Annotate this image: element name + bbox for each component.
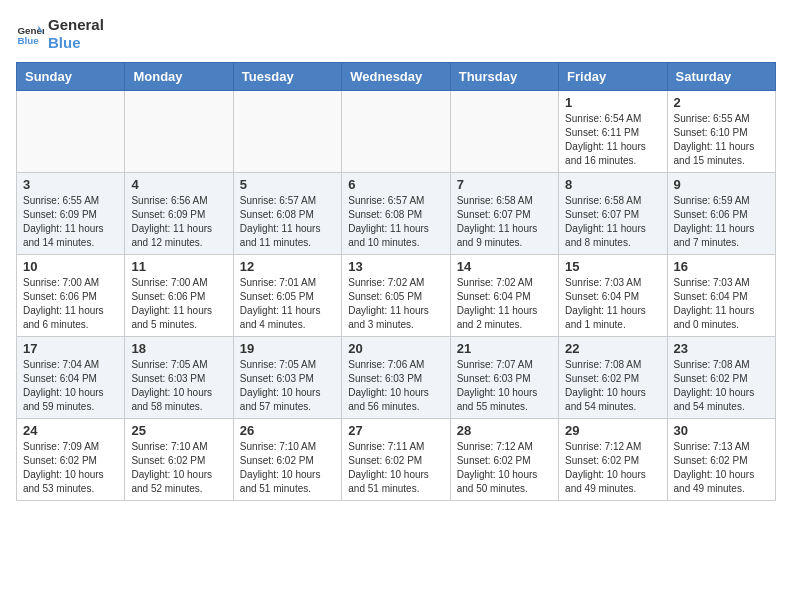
- logo-text-line2: Blue: [48, 34, 104, 52]
- calendar-header-row: SundayMondayTuesdayWednesdayThursdayFrid…: [17, 63, 776, 91]
- calendar-cell: 15Sunrise: 7:03 AM Sunset: 6:04 PM Dayli…: [559, 255, 667, 337]
- calendar-week-row: 17Sunrise: 7:04 AM Sunset: 6:04 PM Dayli…: [17, 337, 776, 419]
- calendar-cell: 23Sunrise: 7:08 AM Sunset: 6:02 PM Dayli…: [667, 337, 775, 419]
- day-number: 11: [131, 259, 226, 274]
- day-number: 30: [674, 423, 769, 438]
- calendar-cell: 22Sunrise: 7:08 AM Sunset: 6:02 PM Dayli…: [559, 337, 667, 419]
- calendar-cell: 7Sunrise: 6:58 AM Sunset: 6:07 PM Daylig…: [450, 173, 558, 255]
- day-number: 2: [674, 95, 769, 110]
- calendar-cell: 12Sunrise: 7:01 AM Sunset: 6:05 PM Dayli…: [233, 255, 341, 337]
- day-info: Sunrise: 7:04 AM Sunset: 6:04 PM Dayligh…: [23, 358, 118, 414]
- calendar-cell: 27Sunrise: 7:11 AM Sunset: 6:02 PM Dayli…: [342, 419, 450, 501]
- day-info: Sunrise: 6:56 AM Sunset: 6:09 PM Dayligh…: [131, 194, 226, 250]
- calendar-cell: 19Sunrise: 7:05 AM Sunset: 6:03 PM Dayli…: [233, 337, 341, 419]
- calendar-cell: 26Sunrise: 7:10 AM Sunset: 6:02 PM Dayli…: [233, 419, 341, 501]
- day-info: Sunrise: 6:58 AM Sunset: 6:07 PM Dayligh…: [565, 194, 660, 250]
- day-info: Sunrise: 6:59 AM Sunset: 6:06 PM Dayligh…: [674, 194, 769, 250]
- day-number: 19: [240, 341, 335, 356]
- day-number: 1: [565, 95, 660, 110]
- logo: General Blue General Blue: [16, 16, 104, 52]
- logo-icon: General Blue: [16, 20, 44, 48]
- day-info: Sunrise: 7:11 AM Sunset: 6:02 PM Dayligh…: [348, 440, 443, 496]
- calendar-cell: 28Sunrise: 7:12 AM Sunset: 6:02 PM Dayli…: [450, 419, 558, 501]
- calendar-table: SundayMondayTuesdayWednesdayThursdayFrid…: [16, 62, 776, 501]
- day-info: Sunrise: 7:01 AM Sunset: 6:05 PM Dayligh…: [240, 276, 335, 332]
- day-info: Sunrise: 6:57 AM Sunset: 6:08 PM Dayligh…: [348, 194, 443, 250]
- day-info: Sunrise: 7:02 AM Sunset: 6:05 PM Dayligh…: [348, 276, 443, 332]
- day-number: 12: [240, 259, 335, 274]
- day-number: 16: [674, 259, 769, 274]
- day-number: 17: [23, 341, 118, 356]
- calendar-cell: 25Sunrise: 7:10 AM Sunset: 6:02 PM Dayli…: [125, 419, 233, 501]
- calendar-cell: 3Sunrise: 6:55 AM Sunset: 6:09 PM Daylig…: [17, 173, 125, 255]
- calendar-cell: 9Sunrise: 6:59 AM Sunset: 6:06 PM Daylig…: [667, 173, 775, 255]
- calendar-cell: 18Sunrise: 7:05 AM Sunset: 6:03 PM Dayli…: [125, 337, 233, 419]
- header-saturday: Saturday: [667, 63, 775, 91]
- day-info: Sunrise: 6:58 AM Sunset: 6:07 PM Dayligh…: [457, 194, 552, 250]
- day-number: 6: [348, 177, 443, 192]
- day-number: 9: [674, 177, 769, 192]
- header-monday: Monday: [125, 63, 233, 91]
- day-info: Sunrise: 6:55 AM Sunset: 6:09 PM Dayligh…: [23, 194, 118, 250]
- calendar-cell: 21Sunrise: 7:07 AM Sunset: 6:03 PM Dayli…: [450, 337, 558, 419]
- day-number: 5: [240, 177, 335, 192]
- day-number: 15: [565, 259, 660, 274]
- calendar-cell: 20Sunrise: 7:06 AM Sunset: 6:03 PM Dayli…: [342, 337, 450, 419]
- calendar-week-row: 3Sunrise: 6:55 AM Sunset: 6:09 PM Daylig…: [17, 173, 776, 255]
- header-tuesday: Tuesday: [233, 63, 341, 91]
- day-info: Sunrise: 7:09 AM Sunset: 6:02 PM Dayligh…: [23, 440, 118, 496]
- day-info: Sunrise: 7:08 AM Sunset: 6:02 PM Dayligh…: [565, 358, 660, 414]
- day-number: 10: [23, 259, 118, 274]
- calendar-cell: 4Sunrise: 6:56 AM Sunset: 6:09 PM Daylig…: [125, 173, 233, 255]
- day-number: 25: [131, 423, 226, 438]
- day-number: 29: [565, 423, 660, 438]
- day-info: Sunrise: 6:55 AM Sunset: 6:10 PM Dayligh…: [674, 112, 769, 168]
- logo-text-line1: General: [48, 16, 104, 34]
- calendar-cell: [450, 91, 558, 173]
- day-number: 7: [457, 177, 552, 192]
- calendar-week-row: 1Sunrise: 6:54 AM Sunset: 6:11 PM Daylig…: [17, 91, 776, 173]
- calendar-cell: 17Sunrise: 7:04 AM Sunset: 6:04 PM Dayli…: [17, 337, 125, 419]
- day-info: Sunrise: 7:00 AM Sunset: 6:06 PM Dayligh…: [131, 276, 226, 332]
- day-number: 3: [23, 177, 118, 192]
- calendar-cell: [17, 91, 125, 173]
- day-info: Sunrise: 7:07 AM Sunset: 6:03 PM Dayligh…: [457, 358, 552, 414]
- day-number: 18: [131, 341, 226, 356]
- day-info: Sunrise: 7:10 AM Sunset: 6:02 PM Dayligh…: [240, 440, 335, 496]
- svg-text:Blue: Blue: [17, 35, 39, 46]
- day-info: Sunrise: 7:03 AM Sunset: 6:04 PM Dayligh…: [565, 276, 660, 332]
- calendar-cell: [342, 91, 450, 173]
- calendar-cell: 14Sunrise: 7:02 AM Sunset: 6:04 PM Dayli…: [450, 255, 558, 337]
- calendar-cell: 11Sunrise: 7:00 AM Sunset: 6:06 PM Dayli…: [125, 255, 233, 337]
- day-number: 14: [457, 259, 552, 274]
- day-info: Sunrise: 7:06 AM Sunset: 6:03 PM Dayligh…: [348, 358, 443, 414]
- calendar-cell: 24Sunrise: 7:09 AM Sunset: 6:02 PM Dayli…: [17, 419, 125, 501]
- day-number: 8: [565, 177, 660, 192]
- calendar-cell: 8Sunrise: 6:58 AM Sunset: 6:07 PM Daylig…: [559, 173, 667, 255]
- calendar-cell: [125, 91, 233, 173]
- day-number: 4: [131, 177, 226, 192]
- day-info: Sunrise: 7:02 AM Sunset: 6:04 PM Dayligh…: [457, 276, 552, 332]
- calendar-cell: 16Sunrise: 7:03 AM Sunset: 6:04 PM Dayli…: [667, 255, 775, 337]
- day-info: Sunrise: 7:08 AM Sunset: 6:02 PM Dayligh…: [674, 358, 769, 414]
- day-info: Sunrise: 7:00 AM Sunset: 6:06 PM Dayligh…: [23, 276, 118, 332]
- calendar-cell: 2Sunrise: 6:55 AM Sunset: 6:10 PM Daylig…: [667, 91, 775, 173]
- header-sunday: Sunday: [17, 63, 125, 91]
- calendar-week-row: 24Sunrise: 7:09 AM Sunset: 6:02 PM Dayli…: [17, 419, 776, 501]
- calendar-cell: 13Sunrise: 7:02 AM Sunset: 6:05 PM Dayli…: [342, 255, 450, 337]
- header-wednesday: Wednesday: [342, 63, 450, 91]
- header-thursday: Thursday: [450, 63, 558, 91]
- calendar-cell: [233, 91, 341, 173]
- day-number: 13: [348, 259, 443, 274]
- day-info: Sunrise: 7:10 AM Sunset: 6:02 PM Dayligh…: [131, 440, 226, 496]
- day-info: Sunrise: 6:57 AM Sunset: 6:08 PM Dayligh…: [240, 194, 335, 250]
- calendar-week-row: 10Sunrise: 7:00 AM Sunset: 6:06 PM Dayli…: [17, 255, 776, 337]
- day-info: Sunrise: 7:05 AM Sunset: 6:03 PM Dayligh…: [240, 358, 335, 414]
- day-number: 24: [23, 423, 118, 438]
- day-number: 20: [348, 341, 443, 356]
- calendar-cell: 30Sunrise: 7:13 AM Sunset: 6:02 PM Dayli…: [667, 419, 775, 501]
- day-info: Sunrise: 7:03 AM Sunset: 6:04 PM Dayligh…: [674, 276, 769, 332]
- calendar-cell: 6Sunrise: 6:57 AM Sunset: 6:08 PM Daylig…: [342, 173, 450, 255]
- day-info: Sunrise: 6:54 AM Sunset: 6:11 PM Dayligh…: [565, 112, 660, 168]
- header-friday: Friday: [559, 63, 667, 91]
